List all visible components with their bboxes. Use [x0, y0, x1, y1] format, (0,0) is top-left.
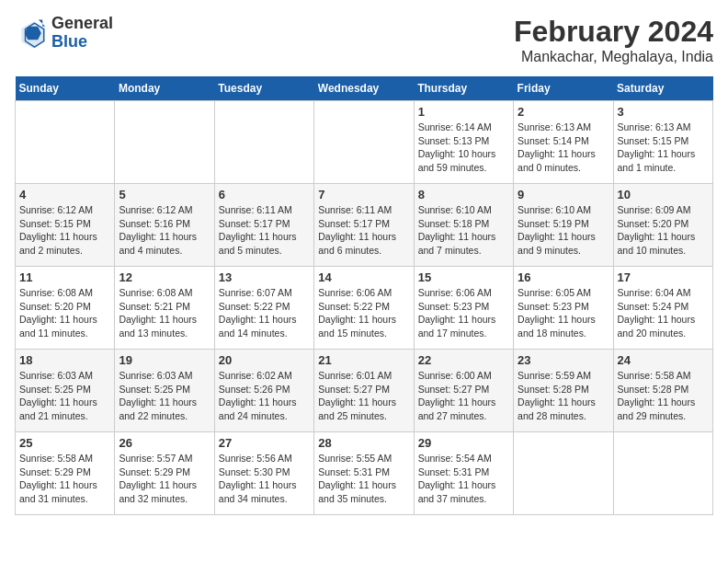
day-info: Sunrise: 6:14 AMSunset: 5:13 PMDaylight:… [418, 121, 509, 175]
day-number: 19 [119, 353, 210, 367]
day-of-week-saturday: Saturday [613, 76, 712, 101]
calendar-week-row-4: 18Sunrise: 6:03 AMSunset: 5:25 PMDayligh… [16, 350, 713, 432]
day-info: Sunrise: 6:07 AMSunset: 5:22 PMDaylight:… [219, 286, 310, 340]
day-number: 14 [318, 270, 409, 284]
day-number: 27 [219, 436, 310, 450]
day-info: Sunrise: 6:12 AMSunset: 5:16 PMDaylight:… [119, 203, 210, 258]
calendar-cell: 27Sunrise: 5:56 AMSunset: 5:30 PMDayligh… [214, 432, 313, 515]
logo-icon [15, 17, 48, 50]
day-number: 24 [618, 353, 709, 367]
day-number: 22 [418, 353, 509, 367]
calendar-cell: 20Sunrise: 6:02 AMSunset: 5:26 PMDayligh… [214, 350, 313, 432]
day-of-week-friday: Friday [514, 76, 613, 101]
day-info: Sunrise: 6:00 AMSunset: 5:27 PMDaylight:… [418, 369, 509, 423]
day-info: Sunrise: 5:56 AMSunset: 5:30 PMDaylight:… [219, 452, 310, 506]
day-of-week-wednesday: Wednesday [314, 76, 414, 101]
day-number: 12 [119, 270, 210, 284]
day-info: Sunrise: 5:54 AMSunset: 5:31 PMDaylight:… [418, 452, 509, 506]
calendar-week-row-5: 25Sunrise: 5:58 AMSunset: 5:29 PMDayligh… [16, 432, 713, 515]
day-number: 6 [219, 188, 310, 201]
day-number: 9 [518, 188, 609, 201]
calendar-cell: 5Sunrise: 6:12 AMSunset: 5:16 PMDaylight… [115, 184, 214, 267]
calendar-title: February 2024 [514, 15, 713, 49]
day-number: 7 [318, 188, 409, 201]
day-info: Sunrise: 6:02 AMSunset: 5:26 PMDaylight:… [219, 369, 310, 423]
calendar-cell: 29Sunrise: 5:54 AMSunset: 5:31 PMDayligh… [414, 432, 513, 515]
day-number: 1 [418, 105, 509, 119]
calendar-table: SundayMondayTuesdayWednesdayThursdayFrid… [15, 76, 713, 515]
day-info: Sunrise: 6:12 AMSunset: 5:15 PMDaylight:… [19, 203, 110, 258]
calendar-cell: 16Sunrise: 6:05 AMSunset: 5:23 PMDayligh… [514, 267, 613, 350]
day-number: 25 [19, 436, 110, 450]
calendar-week-row-1: 1Sunrise: 6:14 AMSunset: 5:13 PMDaylight… [16, 101, 713, 184]
day-number: 26 [119, 436, 210, 450]
calendar-cell: 13Sunrise: 6:07 AMSunset: 5:22 PMDayligh… [214, 267, 313, 350]
day-of-week-thursday: Thursday [414, 76, 513, 101]
calendar-cell: 17Sunrise: 6:04 AMSunset: 5:24 PMDayligh… [613, 267, 712, 350]
day-number: 29 [418, 436, 509, 450]
day-number: 5 [119, 188, 210, 201]
calendar-cell: 6Sunrise: 6:11 AMSunset: 5:17 PMDaylight… [214, 184, 313, 267]
day-info: Sunrise: 6:08 AMSunset: 5:21 PMDaylight:… [119, 286, 210, 340]
calendar-cell [514, 432, 613, 515]
calendar-cell: 19Sunrise: 6:03 AMSunset: 5:25 PMDayligh… [115, 350, 214, 432]
calendar-cell: 26Sunrise: 5:57 AMSunset: 5:29 PMDayligh… [115, 432, 214, 515]
calendar-cell [314, 101, 414, 184]
day-info: Sunrise: 6:03 AMSunset: 5:25 PMDaylight:… [19, 369, 110, 423]
calendar-cell: 23Sunrise: 5:59 AMSunset: 5:28 PMDayligh… [514, 350, 613, 432]
calendar-header-row: SundayMondayTuesdayWednesdayThursdayFrid… [16, 76, 713, 101]
day-info: Sunrise: 6:03 AMSunset: 5:25 PMDaylight:… [119, 369, 210, 423]
day-number: 10 [618, 188, 709, 201]
calendar-cell: 2Sunrise: 6:13 AMSunset: 5:14 PMDaylight… [514, 101, 613, 184]
day-info: Sunrise: 5:58 AMSunset: 5:28 PMDaylight:… [618, 369, 709, 423]
calendar-cell: 1Sunrise: 6:14 AMSunset: 5:13 PMDaylight… [414, 101, 513, 184]
day-number: 2 [518, 105, 609, 119]
day-info: Sunrise: 5:59 AMSunset: 5:28 PMDaylight:… [518, 369, 609, 423]
calendar-cell [16, 101, 115, 184]
day-of-week-monday: Monday [115, 76, 214, 101]
day-number: 8 [418, 188, 509, 201]
day-info: Sunrise: 6:11 AMSunset: 5:17 PMDaylight:… [219, 203, 310, 258]
calendar-cell: 12Sunrise: 6:08 AMSunset: 5:21 PMDayligh… [115, 267, 214, 350]
day-info: Sunrise: 6:10 AMSunset: 5:19 PMDaylight:… [518, 203, 609, 258]
logo-text: GeneralBlue [51, 15, 113, 52]
page-header: GeneralBlue February 2024 Mankachar, Meg… [15, 15, 713, 65]
calendar-week-row-2: 4Sunrise: 6:12 AMSunset: 5:15 PMDaylight… [16, 184, 713, 267]
day-number: 13 [219, 270, 310, 284]
day-number: 11 [19, 270, 110, 284]
calendar-cell: 14Sunrise: 6:06 AMSunset: 5:22 PMDayligh… [314, 267, 414, 350]
day-info: Sunrise: 6:06 AMSunset: 5:22 PMDaylight:… [318, 286, 409, 340]
day-info: Sunrise: 5:57 AMSunset: 5:29 PMDaylight:… [119, 452, 210, 506]
day-info: Sunrise: 6:04 AMSunset: 5:24 PMDaylight:… [618, 286, 709, 340]
calendar-cell: 25Sunrise: 5:58 AMSunset: 5:29 PMDayligh… [16, 432, 115, 515]
calendar-cell [214, 101, 313, 184]
calendar-cell: 8Sunrise: 6:10 AMSunset: 5:18 PMDaylight… [414, 184, 513, 267]
day-number: 20 [219, 353, 310, 367]
day-number: 18 [19, 353, 110, 367]
day-info: Sunrise: 6:06 AMSunset: 5:23 PMDaylight:… [418, 286, 509, 340]
day-number: 17 [618, 270, 709, 284]
day-info: Sunrise: 5:58 AMSunset: 5:29 PMDaylight:… [19, 452, 110, 506]
calendar-cell: 4Sunrise: 6:12 AMSunset: 5:15 PMDaylight… [16, 184, 115, 267]
calendar-week-row-3: 11Sunrise: 6:08 AMSunset: 5:20 PMDayligh… [16, 267, 713, 350]
day-info: Sunrise: 6:11 AMSunset: 5:17 PMDaylight:… [318, 203, 409, 258]
day-number: 23 [518, 353, 609, 367]
calendar-subtitle: Mankachar, Meghalaya, India [514, 49, 713, 65]
calendar-cell: 7Sunrise: 6:11 AMSunset: 5:17 PMDaylight… [314, 184, 414, 267]
day-number: 16 [518, 270, 609, 284]
day-of-week-sunday: Sunday [16, 76, 115, 101]
calendar-cell: 18Sunrise: 6:03 AMSunset: 5:25 PMDayligh… [16, 350, 115, 432]
day-number: 3 [618, 105, 709, 119]
calendar-cell: 9Sunrise: 6:10 AMSunset: 5:19 PMDaylight… [514, 184, 613, 267]
day-of-week-tuesday: Tuesday [214, 76, 313, 101]
day-info: Sunrise: 6:10 AMSunset: 5:18 PMDaylight:… [418, 203, 509, 258]
day-info: Sunrise: 6:05 AMSunset: 5:23 PMDaylight:… [518, 286, 609, 340]
calendar-cell [613, 432, 712, 515]
day-info: Sunrise: 6:13 AMSunset: 5:14 PMDaylight:… [518, 121, 609, 175]
calendar-cell [115, 101, 214, 184]
day-info: Sunrise: 6:01 AMSunset: 5:27 PMDaylight:… [318, 369, 409, 423]
calendar-cell: 3Sunrise: 6:13 AMSunset: 5:15 PMDaylight… [613, 101, 712, 184]
calendar-cell: 28Sunrise: 5:55 AMSunset: 5:31 PMDayligh… [314, 432, 414, 515]
calendar-cell: 21Sunrise: 6:01 AMSunset: 5:27 PMDayligh… [314, 350, 414, 432]
day-number: 4 [19, 188, 110, 201]
